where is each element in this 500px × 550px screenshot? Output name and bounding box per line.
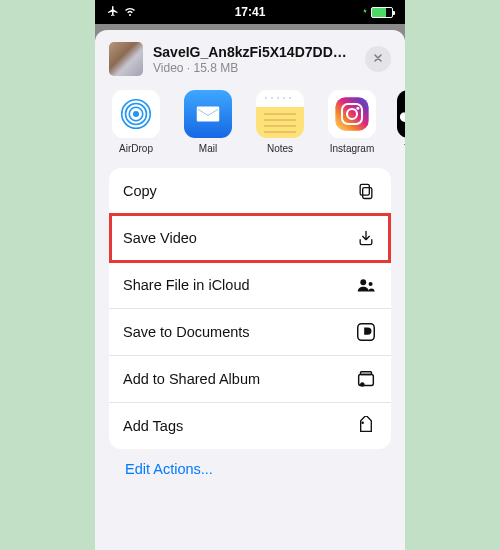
close-button[interactable] — [365, 46, 391, 72]
action-label: Save to Documents — [123, 324, 250, 340]
share-target-instagram[interactable]: Instagram — [325, 90, 379, 154]
file-thumbnail — [109, 42, 143, 76]
svg-point-19 — [360, 279, 366, 285]
svg-point-11 — [283, 97, 285, 99]
svg-rect-13 — [335, 97, 368, 130]
action-save-documents[interactable]: Save to Documents — [109, 308, 391, 355]
share-target-label: T — [404, 143, 405, 154]
action-shared-album[interactable]: Add to Shared Album — [109, 355, 391, 402]
mail-icon — [184, 90, 232, 138]
airplane-mode-icon — [107, 5, 119, 20]
wifi-icon — [123, 5, 137, 20]
airdrop-icon — [112, 90, 160, 138]
action-label: Save Video — [123, 230, 197, 246]
share-sheet: SaveIG_An8kzFi5X14D7DDhXM... Video · 15.… — [95, 30, 405, 550]
status-bar: 17:41 — [95, 0, 405, 24]
notes-icon — [256, 90, 304, 138]
actions-section: Copy Save Video Share File in iClou — [95, 168, 405, 491]
file-name-label: SaveIG_An8kzFi5X14D7DDhXM... — [153, 44, 355, 60]
copy-icon — [355, 180, 377, 202]
share-target-notes[interactable]: Notes — [253, 90, 307, 154]
svg-point-9 — [271, 97, 273, 99]
svg-rect-23 — [361, 372, 372, 375]
action-label: Add Tags — [123, 418, 183, 434]
action-add-tags[interactable]: Add Tags — [109, 402, 391, 449]
people-icon — [355, 274, 377, 296]
charging-icon — [361, 5, 369, 20]
action-label: Copy — [123, 183, 157, 199]
action-share-icloud[interactable]: Share File in iCloud — [109, 261, 391, 308]
status-left — [107, 5, 137, 20]
tiktok-icon — [397, 90, 405, 138]
tag-icon — [355, 415, 377, 437]
svg-rect-17 — [363, 188, 372, 199]
svg-point-10 — [277, 97, 279, 99]
status-time: 17:41 — [235, 5, 266, 19]
share-targets-row: AirDrop Mail — [95, 90, 405, 168]
action-label: Add to Shared Album — [123, 371, 260, 387]
instagram-icon — [328, 90, 376, 138]
share-target-label: AirDrop — [119, 143, 153, 154]
download-icon — [355, 227, 377, 249]
svg-point-0 — [133, 111, 139, 117]
share-sheet-header: SaveIG_An8kzFi5X14D7DDhXM... Video · 15.… — [95, 30, 405, 90]
svg-point-25 — [361, 421, 364, 424]
edit-actions-link[interactable]: Edit Actions... — [109, 449, 391, 477]
share-target-label: Notes — [267, 143, 293, 154]
share-target-tiktok[interactable]: T — [397, 90, 405, 154]
actions-group: Copy Save Video Share File in iClou — [109, 168, 391, 449]
album-icon — [355, 368, 377, 390]
share-target-mail[interactable]: Mail — [181, 90, 235, 154]
file-info: SaveIG_An8kzFi5X14D7DDhXM... Video · 15.… — [153, 44, 355, 75]
action-label: Share File in iCloud — [123, 277, 250, 293]
svg-point-8 — [265, 97, 267, 99]
share-sheet-backdrop: SaveIG_An8kzFi5X14D7DDhXM... Video · 15.… — [95, 24, 405, 550]
action-save-video[interactable]: Save Video — [109, 214, 391, 261]
battery-icon — [371, 7, 393, 18]
svg-point-20 — [369, 282, 373, 286]
svg-point-24 — [360, 382, 365, 387]
share-target-airdrop[interactable]: AirDrop — [109, 90, 163, 154]
action-copy[interactable]: Copy — [109, 168, 391, 214]
close-icon — [372, 51, 384, 67]
svg-point-12 — [289, 97, 291, 99]
share-target-label: Instagram — [330, 143, 374, 154]
svg-point-16 — [356, 107, 359, 110]
status-right — [361, 5, 393, 20]
svg-rect-18 — [360, 184, 369, 195]
documents-icon — [355, 321, 377, 343]
file-meta-label: Video · 15.8 MB — [153, 61, 355, 75]
share-target-label: Mail — [199, 143, 217, 154]
phone-frame: 17:41 SaveIG_An8kzFi5X14D7DDhXM... Video… — [95, 0, 405, 550]
